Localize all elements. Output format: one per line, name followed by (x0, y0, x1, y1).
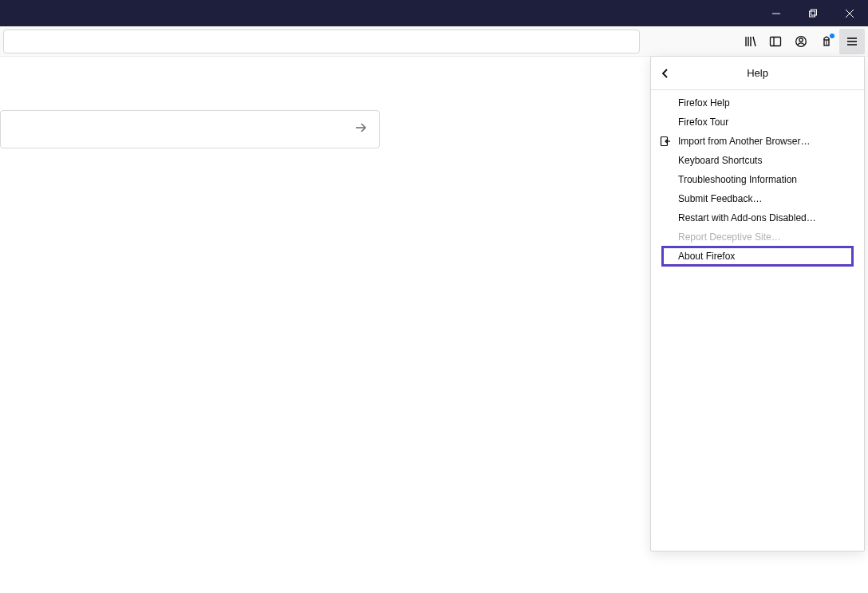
blank-icon (657, 192, 673, 205)
menu-item-label: Report Deceptive Site… (678, 231, 781, 243)
whats-new-button[interactable] (814, 29, 839, 54)
window-close-button[interactable] (831, 0, 868, 26)
sidebar-button[interactable] (763, 29, 788, 54)
menu-item-label: Submit Feedback… (678, 193, 762, 204)
menu-item-label: Import from Another Browser… (678, 136, 810, 147)
window-maximize-button[interactable] (795, 0, 831, 26)
menu-item-label: Firefox Help (678, 97, 730, 109)
help-panel: Help Firefox HelpFirefox TourImport from… (650, 56, 865, 551)
menu-item-label: About Firefox (678, 251, 735, 262)
svg-rect-2 (811, 10, 817, 15)
menu-item-troubleshooting-information[interactable]: Troubleshooting Information (651, 170, 864, 189)
app-menu-button[interactable] (839, 29, 865, 54)
menu-item-restart-with-add-ons-disabled[interactable]: Restart with Add-ons Disabled… (651, 208, 864, 227)
help-panel-header: Help (651, 57, 864, 90)
window-minimize-button[interactable] (758, 0, 795, 26)
import-icon (657, 135, 673, 148)
menu-item-report-deceptive-site: Report Deceptive Site… (651, 227, 864, 247)
svg-point-8 (799, 38, 803, 41)
url-bar[interactable] (3, 30, 640, 53)
panel-back-button[interactable] (651, 57, 680, 90)
menu-item-submit-feedback[interactable]: Submit Feedback… (651, 189, 864, 208)
account-button[interactable] (788, 29, 814, 54)
library-button[interactable] (737, 29, 763, 54)
menu-item-label: Keyboard Shortcuts (678, 155, 762, 166)
menu-item-about-firefox[interactable]: About Firefox (662, 247, 853, 266)
blank-icon (657, 97, 673, 109)
menu-item-firefox-help[interactable]: Firefox Help (651, 93, 864, 113)
menu-item-firefox-tour[interactable]: Firefox Tour (651, 113, 864, 132)
menu-item-keyboard-shortcuts[interactable]: Keyboard Shortcuts (651, 151, 864, 170)
window-titlebar (0, 0, 868, 26)
menu-item-label: Restart with Add-ons Disabled… (678, 212, 816, 223)
blank-icon (657, 116, 673, 128)
blank-icon (657, 231, 673, 243)
homepage-search-field[interactable] (0, 110, 380, 148)
svg-rect-5 (771, 37, 781, 45)
blank-icon (657, 173, 673, 186)
menu-item-label: Firefox Tour (678, 117, 728, 128)
help-panel-body: Firefox HelpFirefox TourImport from Anot… (651, 90, 864, 269)
search-submit-icon[interactable] (353, 120, 369, 139)
menu-item-import-from-another-browser[interactable]: Import from Another Browser… (651, 132, 864, 151)
svg-rect-1 (810, 11, 815, 17)
browser-toolbar (0, 26, 868, 57)
menu-item-label: Troubleshooting Information (678, 174, 797, 185)
panel-title: Help (747, 67, 768, 79)
notification-dot-icon (830, 34, 834, 38)
blank-icon (657, 212, 673, 224)
blank-icon (657, 154, 673, 167)
